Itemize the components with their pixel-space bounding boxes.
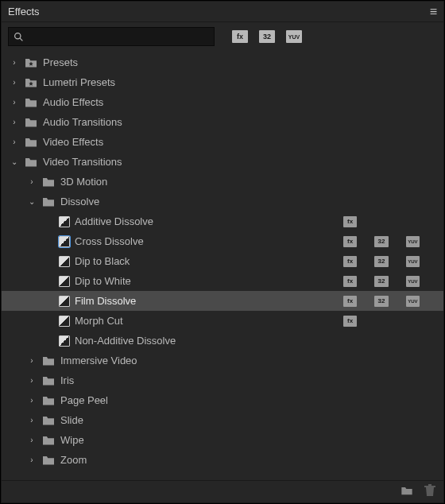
folder-icon	[24, 117, 38, 128]
effects-tree[interactable]: ›Presets›Lumetri Presets›Audio Effects›A…	[2, 51, 443, 480]
tree-item-label: 3D Motion	[60, 176, 107, 188]
folder-icon	[24, 57, 38, 68]
tree-effect[interactable]: ›Additive Dissolvefx32YUV	[2, 211, 443, 231]
32bit-badge-icon: 32	[374, 276, 388, 287]
disclosure-arrow-icon[interactable]: ›	[27, 396, 37, 405]
folder-icon	[24, 97, 38, 108]
yuv-effects-filter-icon[interactable]: YUV	[286, 30, 302, 43]
tree-folder[interactable]: ›Iris	[2, 370, 443, 390]
search-box[interactable]	[8, 27, 215, 46]
tree-item-label: Video Effects	[43, 136, 103, 148]
tree-folder[interactable]: ›Slide	[2, 410, 443, 430]
yuv-badge-icon: YUV	[406, 296, 420, 307]
tree-item-label: Morph Cut	[75, 315, 123, 327]
accelerated-effects-filter-icon[interactable]: fx	[232, 30, 248, 43]
panel-menu-icon[interactable]: ≡	[430, 6, 437, 18]
new-bin-icon[interactable]	[400, 485, 413, 498]
disclosure-arrow-icon[interactable]: ›	[27, 177, 37, 186]
folder-icon	[41, 455, 56, 466]
tree-effect[interactable]: ›Morph Cutfx32YUV	[2, 311, 443, 331]
tree-folder[interactable]: ›Audio Transitions	[2, 112, 443, 132]
tree-folder[interactable]: ⌄Dissolve	[2, 192, 443, 211]
tree-folder[interactable]: ›Audio Effects	[2, 92, 443, 112]
accelerated-badge-icon: fx	[343, 296, 357, 307]
folder-icon	[24, 77, 38, 88]
disclosure-arrow-icon[interactable]: ›	[10, 118, 19, 126]
effect-badges: fx32YUV	[343, 335, 439, 347]
effect-badges: fx32YUV	[343, 296, 439, 307]
search-icon	[14, 32, 24, 42]
effect-icon	[59, 216, 70, 227]
folder-icon	[41, 176, 56, 188]
disclosure-arrow-icon[interactable]: ›	[27, 356, 37, 365]
folder-icon	[24, 157, 38, 168]
tree-effect[interactable]: ›Film Dissolvefx32YUV	[2, 291, 443, 311]
accelerated-badge-icon: fx	[343, 276, 357, 287]
tree-effect[interactable]: ›Dip to Blackfx32YUV	[2, 251, 443, 271]
tree-folder[interactable]: ⌄Video Transitions	[2, 152, 443, 172]
tree-folder[interactable]: ›Lumetri Presets	[2, 72, 443, 92]
effect-badges: fx32YUV	[343, 236, 439, 247]
folder-icon	[41, 375, 56, 386]
effect-icon	[59, 276, 70, 287]
disclosure-arrow-icon[interactable]: ›	[10, 138, 19, 146]
effect-badges: fx32YUV	[343, 256, 439, 267]
tree-item-label: Lumetri Presets	[43, 76, 115, 88]
trash-icon[interactable]	[424, 484, 435, 499]
disclosure-arrow-icon[interactable]: ⌄	[10, 157, 19, 166]
tree-item-label: Additive Dissolve	[75, 215, 153, 227]
tree-folder[interactable]: ›3D Motion	[2, 172, 443, 192]
panel-titlebar: Effects ≡	[2, 2, 443, 22]
toolbar-filter-badges: fx 32 YUV	[232, 30, 302, 43]
svg-line-1	[20, 38, 22, 41]
tree-item-label: Audio Transitions	[43, 116, 122, 128]
32bit-badge-icon: 32	[374, 236, 388, 247]
tree-item-label: Presets	[43, 56, 78, 68]
accelerated-badge-icon: fx	[343, 236, 357, 247]
disclosure-arrow-icon[interactable]: ⌄	[27, 197, 37, 206]
tree-effect[interactable]: ›Cross Dissolvefx32YUV	[2, 231, 443, 251]
tree-item-label: Dip to White	[75, 275, 131, 287]
disclosure-arrow-icon[interactable]: ›	[10, 78, 19, 87]
tree-folder[interactable]: ›Zoom	[2, 450, 443, 470]
panel-title: Effects	[8, 6, 40, 17]
effect-icon	[59, 256, 70, 267]
toolbar: fx 32 YUV	[2, 22, 443, 51]
tree-item-label: Cross Dissolve	[75, 235, 144, 247]
disclosure-arrow-icon[interactable]: ›	[27, 416, 37, 425]
tree-folder[interactable]: ›Video Effects	[2, 132, 443, 152]
disclosure-arrow-icon[interactable]: ›	[10, 98, 19, 107]
effect-badges: fx32YUV	[343, 316, 439, 327]
tree-folder[interactable]: ›Presets	[2, 52, 443, 72]
accelerated-badge-icon: fx	[343, 316, 357, 327]
32bit-effects-filter-icon[interactable]: 32	[259, 30, 275, 43]
32bit-badge-icon: 32	[374, 256, 388, 267]
tree-effect[interactable]: ›Dip to Whitefx32YUV	[2, 271, 443, 291]
tree-item-label: Slide	[60, 414, 83, 426]
search-input[interactable]	[27, 30, 209, 44]
effect-icon	[59, 296, 70, 307]
tree-item-label: Immersive Video	[60, 355, 137, 366]
disclosure-arrow-icon[interactable]: ›	[27, 376, 37, 385]
effect-icon	[59, 236, 70, 247]
effect-icon	[59, 316, 70, 327]
tree-item-label: Wipe	[60, 434, 84, 446]
yuv-badge-icon: YUV	[406, 276, 420, 287]
tree-item-label: Film Dissolve	[75, 295, 136, 307]
effect-badges: fx32YUV	[343, 216, 439, 227]
disclosure-arrow-icon[interactable]: ›	[10, 58, 19, 67]
folder-icon	[41, 196, 56, 207]
tree-effect[interactable]: ›Non-Additive Dissolvefx32YUV	[2, 331, 443, 351]
tree-item-label: Audio Effects	[43, 96, 103, 108]
folder-icon	[24, 137, 38, 148]
accelerated-badge-icon: fx	[343, 256, 357, 267]
svg-point-0	[15, 33, 21, 38]
disclosure-arrow-icon[interactable]: ›	[27, 436, 37, 444]
folder-icon	[41, 395, 56, 406]
effect-icon	[59, 335, 70, 347]
tree-folder[interactable]: ›Wipe	[2, 430, 443, 450]
folder-icon	[41, 355, 56, 366]
tree-folder[interactable]: ›Page Peel	[2, 390, 443, 410]
tree-folder[interactable]: ›Immersive Video	[2, 351, 443, 370]
disclosure-arrow-icon[interactable]: ›	[27, 456, 37, 464]
